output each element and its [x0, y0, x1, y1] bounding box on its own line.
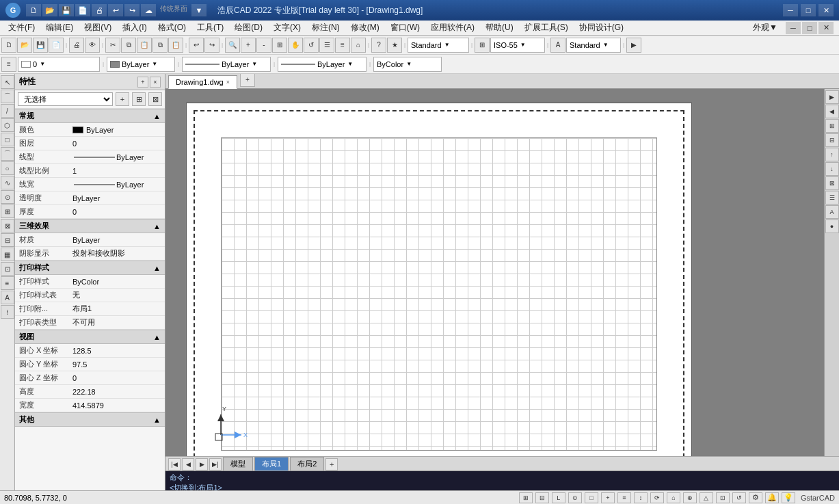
- tab-layout1[interactable]: 布局1: [254, 457, 289, 470]
- tb-star[interactable]: ★: [387, 38, 402, 53]
- snap-tri-btn[interactable]: △: [700, 492, 713, 503]
- snap-cycle-btn[interactable]: ↺: [732, 492, 746, 503]
- tool-rect[interactable]: □: [1, 133, 14, 146]
- tb-3dorbit[interactable]: ↺: [304, 38, 319, 53]
- menu-extensions[interactable]: 扩展工具(S): [519, 21, 574, 35]
- tb-layers[interactable]: ≡: [335, 38, 350, 53]
- tb-undo[interactable]: ↩: [189, 38, 204, 53]
- rsb-btn8[interactable]: ☰: [825, 191, 839, 204]
- tab-nav-last[interactable]: ▶|: [209, 458, 222, 470]
- rsb-btn9[interactable]: A: [825, 205, 839, 219]
- drawing-canvas[interactable]: Y X ▶ ◀ ⊞ ⊟ ↑ ↓ ⊠ ☰ A: [165, 89, 839, 456]
- linetype-dropdown[interactable]: ByLayer ▼: [182, 57, 271, 72]
- tool-multiline[interactable]: ≡: [1, 276, 14, 290]
- tb-standard-dropdown[interactable]: Standard ▼: [408, 38, 469, 53]
- menu-edit[interactable]: 编辑(E): [40, 21, 79, 35]
- section-other-header[interactable]: 其他 ▲: [15, 412, 165, 427]
- sub-restore[interactable]: □: [802, 22, 817, 34]
- tool-line[interactable]: /: [1, 104, 14, 118]
- printcolor-dropdown[interactable]: ByColor ▼: [373, 57, 442, 72]
- tb-texticon[interactable]: A: [550, 38, 565, 53]
- snap-grid-btn[interactable]: ⊞: [519, 492, 533, 503]
- menu-text[interactable]: 文字(X): [268, 21, 306, 35]
- tool-text[interactable]: A: [1, 291, 14, 304]
- snap-otrack-btn[interactable]: □: [585, 492, 598, 503]
- tb-layer-manager[interactable]: ≡: [1, 57, 16, 72]
- menu-tools[interactable]: 工具(T): [191, 21, 229, 35]
- tb-new[interactable]: 🗋: [1, 38, 16, 53]
- close-button[interactable]: ✕: [818, 4, 834, 16]
- color-dropdown[interactable]: ByLayer ▼: [107, 57, 175, 72]
- light-btn[interactable]: 💡: [782, 492, 795, 503]
- menu-appearance[interactable]: 外观▼: [747, 21, 783, 35]
- qat-open[interactable]: 📂: [42, 4, 57, 16]
- tab-add-layout[interactable]: +: [325, 458, 338, 470]
- menu-window[interactable]: 窗口(W): [385, 21, 425, 35]
- tb-cut[interactable]: ✂: [105, 38, 120, 53]
- qat-undo[interactable]: ↩: [108, 4, 123, 16]
- menu-collab[interactable]: 协同设计(G): [574, 21, 629, 35]
- qat-saveas[interactable]: 📄: [75, 4, 90, 16]
- quick-select-btn[interactable]: ⊞: [132, 92, 146, 106]
- rsb-btn7[interactable]: ⊠: [825, 176, 839, 190]
- tb-redo[interactable]: ↪: [204, 38, 219, 53]
- rsb-btn4[interactable]: ⊟: [825, 133, 839, 147]
- tb-open[interactable]: 📂: [17, 38, 32, 53]
- tab-drawing1-close[interactable]: ×: [226, 79, 230, 85]
- tab-nav-prev[interactable]: ◀: [182, 458, 194, 470]
- tab-new-btn[interactable]: +: [240, 74, 255, 87]
- tool-polygon[interactable]: ⬡: [1, 118, 14, 132]
- snap-polar-btn[interactable]: L: [552, 492, 565, 503]
- rsb-btn5[interactable]: ↑: [825, 148, 839, 161]
- select-all-btn[interactable]: ⊠: [148, 92, 162, 106]
- tool-polyline[interactable]: ⌒: [1, 90, 14, 103]
- tool-spline[interactable]: ∿: [1, 176, 14, 189]
- section-general-header[interactable]: 常规 ▲: [15, 109, 165, 123]
- section-3d-header[interactable]: 三维效果 ▲: [15, 219, 165, 233]
- tb-pasteblock[interactable]: 📋: [168, 38, 183, 53]
- snap-plus-btn[interactable]: ⊕: [683, 492, 697, 503]
- tool-select[interactable]: ↖: [1, 75, 14, 89]
- qat-new[interactable]: 🗋: [26, 4, 41, 16]
- menu-draw[interactable]: 绘图(D): [229, 21, 268, 35]
- tool-gradient[interactable]: ▦: [1, 248, 14, 261]
- menu-insert[interactable]: 插入(I): [117, 21, 152, 35]
- tb-pan[interactable]: ✋: [288, 38, 303, 53]
- object-selector[interactable]: 无选择: [18, 92, 113, 106]
- qat-cloud[interactable]: ☁: [141, 4, 156, 16]
- tab-nav-next[interactable]: ▶: [196, 458, 208, 470]
- tb-standard2-dropdown[interactable]: Standard ▼: [566, 38, 621, 53]
- tb-zoomwin[interactable]: 🔍: [225, 38, 240, 53]
- sub-close[interactable]: ✕: [818, 22, 834, 34]
- qat-print[interactable]: 🖨: [92, 4, 107, 16]
- layer-dropdown[interactable]: 0 ▼: [18, 57, 100, 72]
- restore-button[interactable]: □: [801, 4, 816, 16]
- tab-nav-first[interactable]: |◀: [168, 458, 181, 470]
- snap-osnap-btn[interactable]: ⊙: [568, 492, 582, 503]
- settings-btn[interactable]: ⚙: [749, 492, 762, 503]
- tb-properties[interactable]: ☰: [319, 38, 334, 53]
- qat-redo[interactable]: ↪: [124, 4, 139, 16]
- menu-format[interactable]: 格式(O): [152, 21, 191, 35]
- minimize-button[interactable]: ─: [783, 4, 798, 16]
- tb-plot[interactable]: 🖨: [69, 38, 84, 53]
- snap-box-btn[interactable]: ⊡: [716, 492, 730, 503]
- tb-zoomin[interactable]: +: [241, 38, 256, 53]
- tb-save[interactable]: 💾: [33, 38, 48, 53]
- menu-help[interactable]: 帮助(U): [480, 21, 519, 35]
- snap-dynin-btn[interactable]: +: [601, 492, 615, 503]
- tb-match[interactable]: ⌂: [351, 38, 366, 53]
- menu-view[interactable]: 视图(V): [79, 21, 117, 35]
- section-print-header[interactable]: 打印样式 ▲: [15, 261, 165, 275]
- tab-model[interactable]: 模型: [223, 457, 253, 470]
- tool-region[interactable]: ⊡: [1, 262, 14, 276]
- tool-hatch[interactable]: ⊟: [1, 233, 14, 247]
- lineweight-dropdown[interactable]: ByLayer ▼: [278, 57, 367, 72]
- qat-dropdown[interactable]: ▼: [191, 4, 207, 16]
- section-view-header[interactable]: 视图 ▲: [15, 330, 165, 344]
- tab-layout2[interactable]: 布局2: [290, 457, 324, 470]
- tb-layericon[interactable]: ⊞: [475, 38, 490, 53]
- tb-zoomall[interactable]: ⊞: [272, 38, 287, 53]
- tool-block[interactable]: ⊠: [1, 219, 14, 233]
- menu-dimension[interactable]: 标注(N): [306, 21, 345, 35]
